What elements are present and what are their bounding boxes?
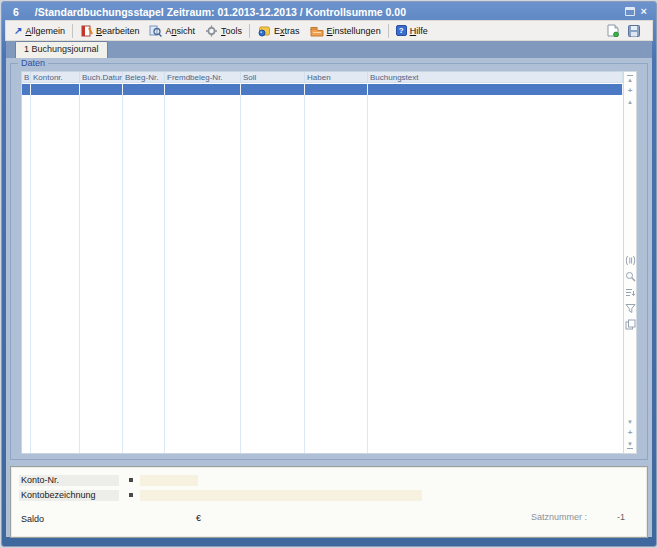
daten-groupbox: Daten BKontonr.Buch.DatumBeleg-Nr.Fremdb… [10, 63, 648, 460]
menu-item-label: Hilfe [410, 26, 428, 36]
account-detail-panel: Konto-Nr. Kontobezeichnung Saldo € Satzn… [10, 466, 648, 538]
body-column-soll [241, 95, 305, 453]
menu-item-tools[interactable]: Tools [200, 23, 247, 39]
column-header-fremdbeleg-nr-[interactable]: Fremdbeleg-Nr. [165, 72, 241, 82]
scroll-up-icon[interactable]: ▲ [627, 99, 633, 105]
menu-separator [388, 24, 389, 38]
menu-item-label: Allgemein [25, 26, 65, 36]
field-link-icon [129, 478, 133, 482]
satznummer: Satznummer : -1 [531, 512, 625, 522]
menu-item-extras[interactable]: Extras [252, 23, 305, 39]
groupbox-label: Daten [18, 58, 48, 68]
document-check-icon[interactable] [607, 24, 619, 37]
menu-item-label: Einstellungen [327, 26, 381, 36]
kontobezeichnung-row: Kontobezeichnung [19, 489, 422, 501]
menu-items: ↗AllgemeinBearbeitenAnsichtToolsExtrasEi… [9, 23, 433, 39]
menu-separator [249, 24, 250, 38]
menu-item-einstellungen[interactable]: Einstellungen [305, 23, 386, 39]
selected-row-cell[interactable] [368, 84, 623, 95]
selected-row-cell[interactable] [22, 84, 31, 95]
table-body[interactable] [22, 95, 623, 453]
saldo-label: Saldo [19, 514, 119, 525]
field-link-icon [129, 493, 133, 497]
column-header-kontonr-[interactable]: Kontonr. [31, 72, 80, 82]
selected-row-cell[interactable] [123, 84, 165, 95]
title-bar: 6 /Standardbuchungsstapel Zeitraum: 01.2… [4, 4, 654, 19]
app-window: 6 /Standardbuchungsstapel Zeitraum: 01.2… [1, 1, 657, 547]
menu-item-bearbeiten[interactable]: Bearbeiten [75, 23, 145, 39]
magnifier-doc-icon [149, 25, 162, 37]
menu-right-toolbar [607, 24, 649, 37]
body-column-beleg-nr- [123, 95, 165, 453]
tab-buchungsjournal[interactable]: 1 Buchungsjournal [15, 41, 108, 58]
help-icon: ? [396, 25, 407, 36]
menu-item-allgemein[interactable]: ↗Allgemein [9, 23, 70, 38]
kontobezeichnung-input[interactable] [140, 490, 422, 501]
close-icon[interactable]: × [641, 7, 647, 16]
scroll-strip-tools [625, 255, 636, 330]
column-header-soll[interactable]: Soll [241, 72, 305, 82]
selected-table-row[interactable] [22, 84, 623, 95]
menu-item-hilfe[interactable]: ?Hilfe [391, 23, 433, 38]
selected-row-cell[interactable] [305, 84, 368, 95]
menu-item-label: Extras [274, 26, 300, 36]
table-scroll-strip: ▲ + ▲ [623, 71, 637, 454]
move-record-icon[interactable]: + [628, 429, 633, 437]
menu-separator [72, 24, 73, 38]
journal-table[interactable]: BKontonr.Buch.DatumBeleg-Nr.Fremdbeleg-N… [21, 71, 624, 454]
content-area: 1 Buchungsjournal Daten BKontonr.Buch.Da… [6, 41, 652, 537]
scroll-to-top-icon[interactable]: ▲ [627, 75, 633, 83]
selected-row-cell[interactable] [31, 84, 80, 95]
settings-folder-icon [310, 25, 324, 37]
body-column-buchungstext [368, 95, 623, 453]
body-column-haben [305, 95, 368, 453]
window-title: /Standardbuchungsstapel Zeitraum: 01.201… [19, 6, 406, 18]
scroll-to-bottom-icon[interactable]: ▼ [627, 441, 633, 449]
satznummer-value: -1 [617, 512, 625, 522]
konto-nr-input[interactable] [140, 475, 198, 486]
body-column-b [22, 95, 31, 453]
currency-symbol: € [196, 513, 201, 523]
menu-item-label: Tools [221, 26, 242, 36]
arrow-up-right-icon: ↗ [14, 25, 22, 36]
restore-icon[interactable] [625, 7, 635, 16]
edit-book-icon [80, 25, 93, 37]
scroll-strip-bottom: ▼ + ▼ [627, 419, 633, 453]
extras-box-icon [257, 25, 271, 37]
copy-icon[interactable] [625, 319, 636, 330]
gear-icon [205, 25, 218, 37]
selected-row-cell[interactable] [165, 84, 241, 95]
sort-icon[interactable] [625, 287, 636, 298]
menu-item-ansicht[interactable]: Ansicht [144, 23, 200, 39]
window-id: 6 [4, 6, 19, 18]
body-column-buch-datum [80, 95, 123, 453]
table-header-row: BKontonr.Buch.DatumBeleg-Nr.Fremdbeleg-N… [22, 72, 623, 83]
column-header-beleg-nr-[interactable]: Beleg-Nr. [123, 72, 165, 82]
selected-row-cell[interactable] [80, 84, 123, 95]
konto-row: Konto-Nr. [19, 474, 198, 486]
search-icon[interactable] [625, 271, 636, 282]
move-record-icon[interactable]: + [628, 87, 633, 95]
columns-icon[interactable] [625, 255, 636, 266]
body-column-kontonr- [31, 95, 80, 453]
column-header-b[interactable]: B [22, 72, 31, 82]
column-header-buchungstext[interactable]: Buchungstext [368, 72, 623, 82]
selected-row-cell[interactable] [241, 84, 305, 95]
filter-icon[interactable] [625, 303, 636, 314]
window-controls: × [625, 7, 654, 16]
menu-item-label: Ansicht [165, 26, 195, 36]
scroll-strip-top: ▲ + ▲ [627, 72, 633, 105]
konto-nr-label: Konto-Nr. [19, 475, 119, 486]
satznummer-label: Satznummer : [531, 512, 587, 522]
main-panel: Daten BKontonr.Buch.DatumBeleg-Nr.Fremdb… [6, 58, 652, 537]
kontobezeichnung-label: Kontobezeichnung [19, 490, 119, 501]
body-column-fremdbeleg-nr- [165, 95, 241, 453]
column-header-buch-datum[interactable]: Buch.Datum [80, 72, 123, 82]
menu-bar: ↗AllgemeinBearbeitenAnsichtToolsExtrasEi… [5, 20, 653, 41]
menu-item-label: Bearbeiten [96, 26, 140, 36]
column-header-haben[interactable]: Haben [305, 72, 368, 82]
save-icon[interactable] [628, 25, 640, 37]
scroll-down-icon[interactable]: ▼ [627, 419, 633, 425]
